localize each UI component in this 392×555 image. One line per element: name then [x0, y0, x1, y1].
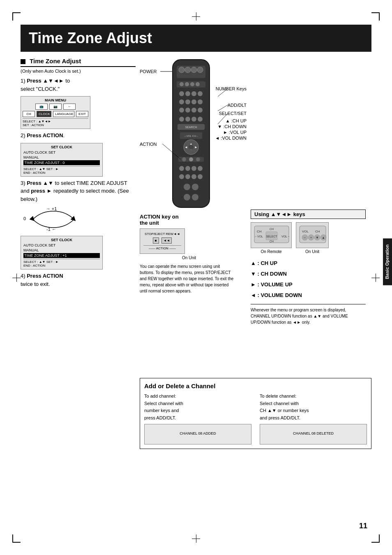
corner-mark-tl — [12, 12, 21, 21]
channel-deleted-display: CHANNEL 08 DELETED — [260, 424, 367, 444]
using-keys-header: Using ▲▼◄► keys — [251, 210, 366, 219]
menu-item-ch: CH — [23, 111, 35, 117]
svg-point-46 — [185, 166, 190, 171]
svg-text:CH: CH — [270, 228, 274, 230]
svg-point-28 — [185, 117, 190, 122]
svg-point-52 — [198, 174, 203, 179]
svg-point-29 — [191, 117, 196, 122]
clock-footer-2: SELECT : ▲▼ SET : ► END : ACTION — [23, 259, 100, 267]
add-dlt-label: ADD/DLT — [228, 103, 247, 108]
add-delete-title: Add or Delete a Channel — [144, 382, 367, 389]
svg-point-8 — [191, 67, 197, 73]
action-unit-illustration: STOP/EJECT REW◄◄ ■ ◄◄ —— ACTION —— — [140, 228, 185, 254]
clock-row-tz2: TIME ZONE ADJUST : +1 — [23, 253, 100, 258]
svg-text:-1 ←: -1 ← — [46, 227, 56, 232]
svg-point-27 — [179, 117, 184, 122]
svg-point-20 — [185, 99, 190, 104]
svg-point-23 — [179, 108, 184, 113]
svg-point-21 — [191, 99, 196, 104]
svg-point-47 — [191, 166, 196, 171]
channel-added-display: CHANNEL 08 ADDED — [144, 424, 251, 444]
using-keys-section: Using ▲▼◄► keys CH ←VOL SELECT VOL→ CH — [251, 210, 366, 325]
corner-mark-tr — [371, 12, 380, 21]
svg-point-56 — [192, 194, 198, 200]
page-number: 11 — [359, 522, 367, 530]
number-keys-label: NUMBER Keys — [216, 86, 247, 91]
svg-text:CH: CH — [257, 230, 262, 233]
on-remote-box: CH ←VOL SELECT VOL→ CH CH — [251, 222, 292, 248]
svg-point-55 — [184, 194, 190, 200]
on-unit-box: VOL CH − + ▼ ▲ — [296, 222, 329, 248]
stop-eject-btn: ■ — [153, 237, 159, 244]
svg-text:VOL→: VOL→ — [281, 235, 290, 238]
svg-point-6 — [179, 67, 184, 73]
svg-point-50 — [185, 174, 190, 179]
svg-text:VOL: VOL — [302, 230, 309, 233]
square-icon — [21, 59, 25, 64]
section-title: Time Zone Adjust — [21, 58, 136, 67]
svg-text:CH: CH — [315, 230, 320, 233]
on-remote-label: On Remote — [251, 249, 292, 254]
step-4: 4) Press ACTION twice to exit. — [21, 272, 136, 288]
svg-point-19 — [179, 99, 184, 104]
svg-point-44 — [196, 157, 200, 161]
key-vol-up: ► : VOLUME UP — [251, 279, 366, 290]
arrow-diagram-svg: 0 → +1 -1 ← — [21, 207, 86, 232]
clock-footer-1: SELECT : ▲▼ SET : ► END : ACTION — [23, 166, 100, 175]
svg-point-14 — [196, 82, 200, 86]
svg-rect-69 — [300, 226, 326, 243]
svg-point-7 — [185, 67, 191, 73]
action-description: You can operate the menu screen using un… — [140, 263, 234, 294]
step-3: 3) Press ▲▼ to select TIME ZONE ADJUST a… — [21, 179, 136, 203]
svg-point-15 — [179, 91, 184, 96]
vol-up-label: ► :VOL UP — [223, 130, 247, 135]
svg-text:SELECT: SELECT — [266, 235, 277, 238]
keys-note: Whenever the menu or program screen is d… — [251, 304, 366, 325]
svg-point-53 — [184, 184, 190, 190]
menu-item-clock: CLOCK — [37, 111, 51, 117]
svg-text:—VOL   CH—: —VOL CH— — [184, 135, 198, 137]
keys-units-row: CH ←VOL SELECT VOL→ CH CH On Remote — [251, 222, 366, 254]
set-clock-box-2: SET CLOCK AUTO CLOCK SET MANUAL TIME ZON… — [21, 236, 103, 269]
keys-list: ▲ : CH UP ▼ : CH DOWN ► : VOLUME UP ◄ : … — [251, 258, 366, 301]
svg-point-48 — [198, 166, 203, 171]
delete-channel-col: To delete channel:Select channel withCH … — [260, 393, 367, 444]
svg-text:−: − — [304, 236, 306, 240]
action-on-unit-label: On Unit — [140, 256, 238, 260]
svg-point-16 — [185, 91, 190, 96]
on-unit-label: On Unit — [296, 249, 329, 254]
action-label: ACTION — [140, 142, 157, 147]
svg-line-58 — [218, 105, 228, 111]
cross-bottom — [192, 534, 200, 543]
svg-point-22 — [198, 99, 203, 104]
add-delete-box: Add or Delete a Channel To add channel:S… — [140, 378, 371, 449]
svg-text:►: ► — [194, 145, 198, 149]
step-2: 2) Press ACTION. — [21, 131, 136, 140]
svg-point-17 — [191, 91, 196, 96]
menu-item-tv: 📺 — [35, 104, 48, 110]
clock-row-timezone: TIME ZONE ADJUST : 0 — [23, 160, 100, 165]
title-banner: Time Zone Adjust — [21, 25, 371, 52]
svg-text:▲: ▲ — [322, 236, 325, 240]
svg-point-9 — [197, 67, 203, 73]
set-clock-box-1: SET CLOCK AUTO CLOCK SET MANUAL TIME ZON… — [21, 143, 103, 177]
svg-point-11 — [180, 82, 184, 86]
action-key-title: ACTION key on the unit — [140, 214, 238, 226]
svg-text:CH: CH — [270, 240, 274, 243]
menu-item-exit: EXIT — [76, 111, 88, 117]
menu-item-lang: LANGUAGE — [53, 111, 74, 117]
remote-illustration: SEARCH —VOL CH— ▲ ▼ ◄ ► — [164, 58, 218, 210]
ch-up-label: ▲ :CH UP — [226, 118, 247, 123]
svg-point-40 — [189, 145, 194, 150]
svg-point-30 — [198, 117, 203, 122]
svg-point-54 — [192, 184, 198, 190]
menu-row-icons: 📺 📷 ← — [23, 104, 88, 110]
svg-text:←VOL: ←VOL — [254, 235, 263, 238]
svg-point-18 — [198, 91, 203, 96]
left-column: Time Zone Adjust (Only when Auto Clock i… — [21, 58, 136, 291]
add-channel-col: To add channel:Select channel withnumber… — [144, 393, 251, 444]
on-unit-unit: VOL CH − + ▼ ▲ On Unit — [296, 222, 329, 254]
ch-down-label: ▼ :CH DOWN — [217, 124, 247, 129]
cross-left — [12, 274, 21, 282]
remote-unit-svg: CH ←VOL SELECT VOL→ CH CH — [254, 225, 290, 244]
